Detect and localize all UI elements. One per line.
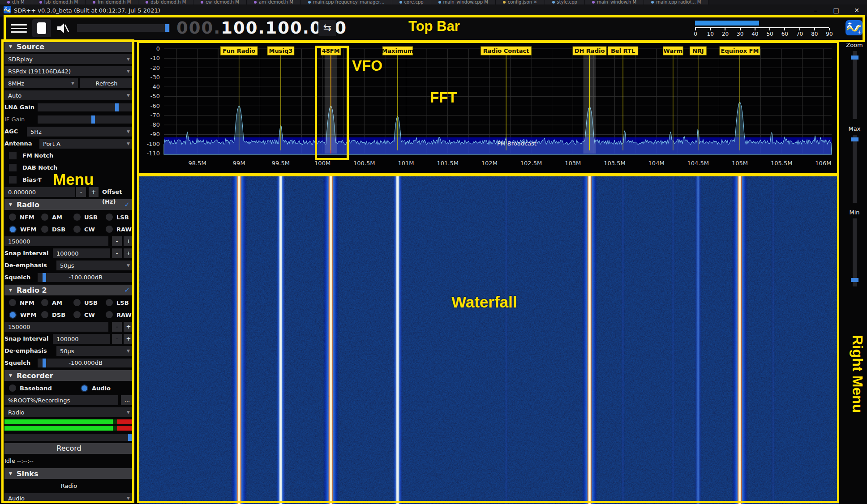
editor-tab[interactable]: am_demod.h M xyxy=(247,0,301,4)
radio-button-icon[interactable] xyxy=(41,226,48,233)
deemphasis-select[interactable]: 50µs ▼ xyxy=(56,346,133,356)
deemphasis-select[interactable]: 50µs ▼ xyxy=(56,261,133,270)
fm-notch-checkbox[interactable] xyxy=(9,152,17,159)
editor-tab[interactable]: style.cpp xyxy=(545,0,585,4)
volume-slider[interactable] xyxy=(77,24,170,32)
mode-usb[interactable]: USB xyxy=(73,298,98,308)
bandwidth-plus-button[interactable]: + xyxy=(124,322,133,332)
radio-button-icon[interactable] xyxy=(9,226,17,233)
offset-plus-button[interactable]: + xyxy=(89,187,99,197)
radio-button-icon[interactable] xyxy=(73,214,81,221)
recorder-stream-select[interactable]: Radio ▼ xyxy=(4,407,133,417)
mode-dsb[interactable]: DSB xyxy=(41,224,65,234)
sinks-section-header[interactable]: ▼ Sinks xyxy=(4,468,133,479)
stop-button[interactable] xyxy=(32,19,51,37)
if-gain-handle[interactable] xyxy=(91,115,95,124)
snap-minus-button[interactable]: - xyxy=(112,248,122,258)
menu-icon[interactable] xyxy=(11,21,27,36)
editor-tab[interactable]: main.cpp frequency_manager… xyxy=(301,0,392,4)
radio-button-icon[interactable] xyxy=(9,311,17,319)
offset-input[interactable]: 0.000000 xyxy=(4,187,75,197)
source-device-select[interactable]: RSPdx (191106DA42) ▼ xyxy=(4,66,133,76)
mode-cw[interactable]: CW xyxy=(73,310,95,320)
browse-button[interactable]: ... xyxy=(121,395,133,405)
zoom-slider-handle[interactable] xyxy=(851,56,858,60)
lna-gain-slider[interactable] xyxy=(38,103,133,111)
radio-button-icon[interactable] xyxy=(106,226,113,233)
radio-button-icon[interactable] xyxy=(106,311,113,318)
recorder-mode-audio[interactable]: Audio xyxy=(81,383,111,393)
mode-am[interactable]: AM xyxy=(41,212,62,222)
bandwidth-minus-button[interactable]: - xyxy=(112,236,122,246)
mode-usb[interactable]: USB xyxy=(73,212,98,222)
source-section-header[interactable]: ▼ Source xyxy=(4,41,133,52)
radio-button-icon[interactable] xyxy=(73,299,81,306)
squelch-slider[interactable]: -100.000dB xyxy=(38,359,133,367)
mode-nfm[interactable]: NFM xyxy=(9,298,34,308)
max-slider[interactable] xyxy=(853,135,857,203)
offset-minus-button[interactable]: - xyxy=(76,187,86,197)
snap-interval-input[interactable]: 100000 xyxy=(53,248,110,258)
snap-plus-button[interactable]: + xyxy=(124,248,133,258)
maximize-button[interactable]: □ xyxy=(826,4,846,17)
editor-tab[interactable]: d.h M xyxy=(0,0,32,4)
min-slider[interactable] xyxy=(853,218,857,286)
radio-button-icon[interactable] xyxy=(73,226,81,233)
radio-button-icon[interactable] xyxy=(41,214,48,221)
radio-button-icon[interactable] xyxy=(106,214,113,221)
radio-button-icon[interactable] xyxy=(73,311,81,318)
radio-button-icon[interactable] xyxy=(41,299,48,306)
mode-wfm[interactable]: WFM xyxy=(9,224,36,234)
radio-button-icon[interactable] xyxy=(9,299,16,306)
recorder-mode-baseband[interactable]: Baseband xyxy=(9,383,52,393)
radio-button-icon[interactable] xyxy=(81,384,88,392)
recorder-section-header[interactable]: ▼ Recorder xyxy=(4,370,133,381)
editor-tab-strip[interactable]: d.h Mlsb_demod.h Mfm_demod.h Mdsb_demod.… xyxy=(0,0,867,4)
mute-icon[interactable] xyxy=(56,21,70,35)
mode-lsb[interactable]: LSB xyxy=(106,298,129,308)
radio-button-icon[interactable] xyxy=(9,214,16,221)
refresh-button[interactable]: Refresh xyxy=(80,78,133,88)
lna-gain-handle[interactable] xyxy=(115,103,119,111)
radio-button-icon[interactable] xyxy=(9,384,16,392)
max-slider-handle[interactable] xyxy=(851,137,858,141)
source-driver-select[interactable]: SDRplay ▼ xyxy=(4,54,133,64)
editor-tab[interactable]: main_window.h M xyxy=(585,0,644,4)
recording-path-input[interactable]: %ROOT%/Recordings xyxy=(4,395,118,405)
editor-tab[interactable]: fm_demod.h M xyxy=(86,0,138,4)
volume-slider-handle[interactable] xyxy=(165,24,169,32)
mode-lsb[interactable]: LSB xyxy=(106,212,129,222)
agc-mode-select[interactable]: Auto ▼ xyxy=(4,90,133,100)
if-gain-slider[interactable] xyxy=(38,115,133,124)
editor-tab[interactable]: dsb_demod.h M xyxy=(138,0,193,4)
samplerate-select[interactable]: 8MHz ▼ xyxy=(4,78,78,88)
bandwidth-plus-button[interactable]: + xyxy=(124,236,133,246)
mode-am[interactable]: AM xyxy=(41,298,62,308)
mode-wfm[interactable]: WFM xyxy=(9,310,36,320)
editor-tab[interactable]: config.json ✕ xyxy=(496,0,545,4)
radio-button-icon[interactable] xyxy=(106,299,113,306)
mode-nfm[interactable]: NFM xyxy=(9,212,34,222)
recorder-volume-slider[interactable] xyxy=(4,434,133,441)
close-button[interactable]: ✕ xyxy=(846,4,867,17)
snap-plus-button[interactable]: + xyxy=(124,334,133,344)
mode-raw[interactable]: RAW xyxy=(106,310,132,320)
editor-tab[interactable]: cw_demod.h M xyxy=(193,0,247,4)
sink-type-select[interactable]: Audio ▼ xyxy=(4,493,133,503)
mode-raw[interactable]: RAW xyxy=(106,224,132,234)
snap-interval-input[interactable]: 100000 xyxy=(53,334,110,344)
editor-tab[interactable]: lsb_demod.h M xyxy=(32,0,86,4)
bias-t-checkbox[interactable] xyxy=(9,176,17,184)
antenna-select[interactable]: Port A ▼ xyxy=(39,139,133,149)
zoom-slider[interactable] xyxy=(853,51,857,119)
minimize-button[interactable]: – xyxy=(805,4,826,17)
recorder-volume-handle[interactable] xyxy=(128,434,132,441)
agc-rate-select[interactable]: 5Hz ▼ xyxy=(27,127,133,137)
squelch-slider[interactable]: -100.000dB xyxy=(38,273,133,282)
radio-button-icon[interactable] xyxy=(41,311,48,318)
enabled-check-icon[interactable]: ✓ xyxy=(124,286,130,294)
dab-notch-checkbox[interactable] xyxy=(9,164,17,171)
record-button[interactable]: Record xyxy=(4,443,133,454)
editor-tab[interactable]: main_window.cpp M xyxy=(431,0,496,4)
mode-dsb[interactable]: DSB xyxy=(41,310,65,320)
